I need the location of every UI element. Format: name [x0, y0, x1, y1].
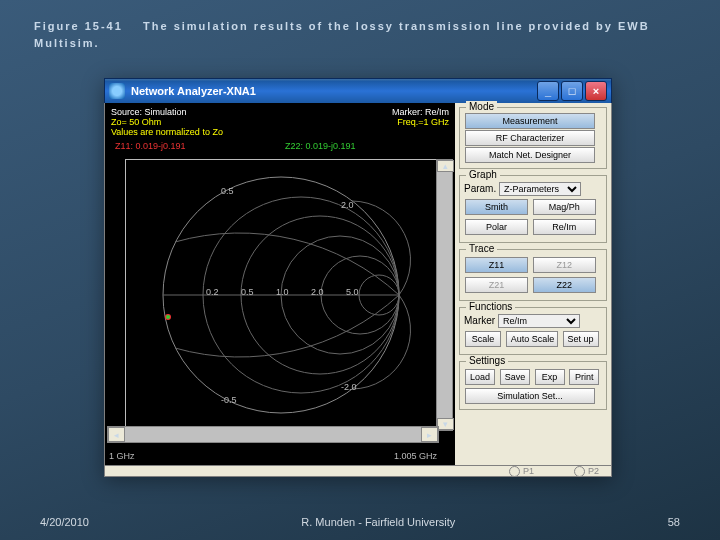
tick-x-02: 0.2 [206, 287, 219, 297]
scrollbar-horizontal[interactable]: ◂ ▸ [107, 426, 439, 443]
scroll-right-button[interactable]: ▸ [421, 427, 438, 442]
minimize-button[interactable]: _ [537, 81, 559, 101]
simulation-set-button[interactable]: Simulation Set... [465, 388, 595, 404]
figure-caption: The simulation results of the lossy tran… [34, 20, 650, 49]
freq-max: 1.005 GHz [394, 451, 437, 461]
slide-page: 58 [668, 516, 680, 528]
reim-button[interactable]: Re/Im [533, 219, 596, 235]
tick-neg-05: -0.5 [221, 395, 237, 405]
measurement-button[interactable]: Measurement [465, 113, 595, 129]
p2-radio[interactable]: P2 [574, 466, 599, 477]
marker-select[interactable]: Re/Im [498, 314, 580, 328]
freq-label: Freq.=1 GHz [392, 117, 449, 127]
settings-group: Settings Load Save Exp Print Simulation … [459, 361, 607, 410]
window-title: Network Analyzer-XNA1 [131, 85, 256, 97]
app-window: Network Analyzer-XNA1 _ □ × Source: Simu… [104, 78, 612, 476]
z22-readout: Z22: 0.019-j0.191 [285, 141, 356, 151]
scrollthumb-h[interactable] [125, 427, 421, 442]
tick-x-20: 2.0 [311, 287, 324, 297]
scroll-down-button[interactable]: ▾ [437, 418, 454, 430]
freq-min: 1 GHz [109, 451, 135, 461]
slide-footer: 4/20/2010 R. Munden - Fairfield Universi… [40, 516, 680, 528]
param-label: Param. [464, 183, 496, 194]
close-button[interactable]: × [585, 81, 607, 101]
tick-pos-05: 0.5 [221, 186, 234, 196]
slide-title: Figure 15-41 The simulation results of t… [34, 18, 686, 51]
settings-label: Settings [466, 355, 508, 366]
save-button[interactable]: Save [500, 369, 530, 385]
scale-button[interactable]: Scale [465, 331, 501, 347]
p1-radio[interactable]: P1 [509, 466, 534, 477]
control-panel: Mode Measurement RF Characterizer Match … [455, 103, 611, 465]
norm-label: Values are normalized to Zo [111, 127, 223, 137]
plot-pane: Source: Simulation Zo= 50 Ohm Values are… [105, 103, 455, 465]
maximize-button[interactable]: □ [561, 81, 583, 101]
slide-author: R. Munden - Fairfield University [301, 516, 455, 528]
slide-date: 4/20/2010 [40, 516, 89, 528]
scrollbar-vertical[interactable]: ▴ ▾ [436, 159, 453, 431]
svg-point-8 [166, 315, 170, 319]
trace-label: Trace [466, 243, 497, 254]
print-button[interactable]: Print [569, 369, 599, 385]
functions-group: Functions Marker Re/Im Scale Auto Scale … [459, 307, 607, 355]
setup-button[interactable]: Set up [563, 331, 599, 347]
magph-button[interactable]: Mag/Ph [533, 199, 596, 215]
smith-button[interactable]: Smith [465, 199, 528, 215]
marker-label: Marker [464, 315, 495, 326]
scrollthumb-v[interactable] [437, 172, 452, 418]
scroll-up-button[interactable]: ▴ [437, 160, 454, 172]
functions-label: Functions [466, 301, 515, 312]
tick-x-50: 5.0 [346, 287, 359, 297]
tick-pos-20: 2.0 [341, 200, 354, 210]
z12-button[interactable]: Z12 [533, 257, 596, 273]
source-label: Source: Simulation [111, 107, 223, 117]
status-bar: P1 P2 [104, 466, 612, 477]
graph-label: Graph [466, 169, 500, 180]
mode-group: Mode Measurement RF Characterizer Match … [459, 107, 607, 169]
app-icon [109, 83, 125, 99]
export-button[interactable]: Exp [535, 369, 565, 385]
figure-number: Figure 15-41 [34, 20, 123, 32]
tick-neg-20: -2.0 [341, 382, 357, 392]
load-button[interactable]: Load [465, 369, 495, 385]
marker-mode-label: Marker: Re/Im [392, 107, 449, 117]
tick-x-10: 1.0 [276, 287, 289, 297]
z11-readout: Z11: 0.019-j0.191 [115, 141, 186, 151]
param-select[interactable]: Z-Parameters [499, 182, 581, 196]
tick-x-05: 0.5 [241, 287, 254, 297]
graph-group: Graph Param. Z-Parameters Smith Mag/Ph P… [459, 175, 607, 243]
rf-characterizer-button[interactable]: RF Characterizer [465, 130, 595, 146]
scroll-left-button[interactable]: ◂ [108, 427, 125, 442]
z22-button[interactable]: Z22 [533, 277, 596, 293]
autoscale-button[interactable]: Auto Scale [506, 331, 558, 347]
polar-button[interactable]: Polar [465, 219, 528, 235]
z21-button[interactable]: Z21 [465, 277, 528, 293]
smith-chart[interactable]: 0.5 2.0 -0.5 -2.0 0.2 0.5 1.0 2.0 5.0 [125, 159, 437, 431]
trace-group: Trace Z11 Z12 Z21 Z22 [459, 249, 607, 301]
mode-label: Mode [466, 101, 497, 112]
titlebar[interactable]: Network Analyzer-XNA1 _ □ × [104, 78, 612, 103]
zo-label: Zo= 50 Ohm [111, 117, 223, 127]
z11-button[interactable]: Z11 [465, 257, 528, 273]
match-net-designer-button[interactable]: Match Net. Designer [465, 147, 595, 163]
